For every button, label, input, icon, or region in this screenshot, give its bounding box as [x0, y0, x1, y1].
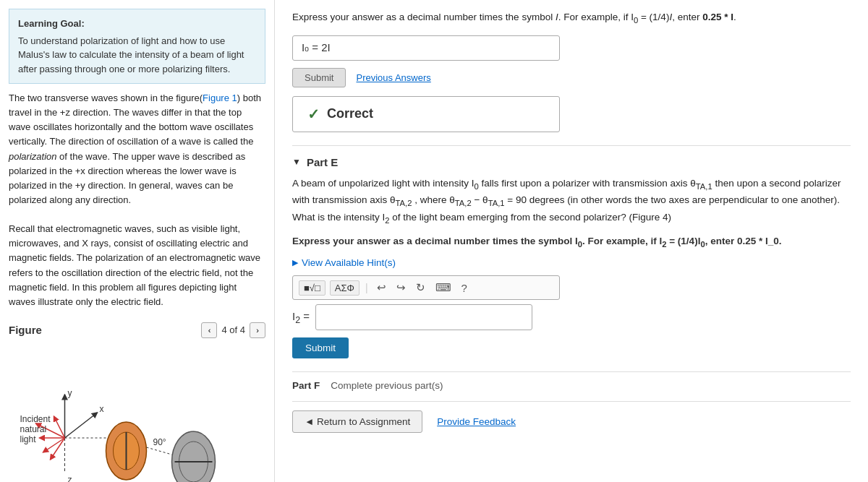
- body-text-2: Recall that electromagnetic waves, such …: [0, 215, 274, 317]
- svg-text:x: x: [100, 404, 104, 414]
- return-to-assignment-button[interactable]: ◄ Return to Assignment: [292, 410, 422, 433]
- answer-display-row: [292, 35, 851, 68]
- part-f-label: Part F: [292, 380, 320, 391]
- svg-text:y: y: [68, 388, 72, 398]
- part-e-text: A beam of unpolarized light with intensi…: [292, 176, 851, 227]
- correct-check-icon: ✓: [307, 106, 320, 123]
- figure-header: Figure ‹ 4 of 4 ›: [9, 322, 265, 338]
- learning-goal-title: Learning Goal:: [18, 17, 256, 31]
- figure-section: Figure ‹ 4 of 4 › y x z Inc: [0, 317, 274, 482]
- svg-text:Incident: Incident: [20, 414, 51, 424]
- part-e-header: ▼ Part E: [292, 156, 851, 168]
- part-e-submit-button[interactable]: Submit: [292, 337, 349, 358]
- svg-text:90°: 90°: [153, 437, 166, 447]
- hint-label: View Available Hint(s): [302, 257, 396, 268]
- left-panel: Learning Goal: To understand polarizatio…: [0, 0, 275, 482]
- part-f-text: Part F Complete previous part(s): [292, 380, 443, 391]
- toolbar-keyboard-btn[interactable]: ⌨: [433, 280, 454, 296]
- provide-feedback-link[interactable]: Provide Feedback: [437, 416, 516, 427]
- correct-box: ✓ Correct: [292, 96, 560, 132]
- svg-line-2: [65, 413, 98, 438]
- toolbar-undo-btn[interactable]: ↩: [374, 280, 389, 296]
- toolbar-reset-btn[interactable]: ↻: [413, 280, 428, 296]
- toolbar-sqrt-btn[interactable]: ■√□: [299, 280, 326, 296]
- submit-row: Submit Previous Answers: [292, 68, 851, 87]
- toolbar-help-btn[interactable]: ?: [459, 280, 470, 296]
- svg-line-10: [51, 438, 65, 460]
- figure-svg: y x z Incident natural light I₀: [9, 344, 265, 482]
- part-e-collapse-arrow[interactable]: ▼: [292, 157, 301, 167]
- part-e-label: Part E: [307, 156, 338, 168]
- toolbar-redo-btn[interactable]: ↪: [393, 280, 409, 296]
- part-d-answer-input[interactable]: [292, 35, 560, 61]
- part-e-answer-input[interactable]: [315, 304, 532, 330]
- figure-4-link[interactable]: Figure 4: [632, 212, 668, 223]
- part-e-answer-label: I2 =: [292, 310, 310, 325]
- svg-line-25: [147, 447, 172, 455]
- figure-nav: ‹ 4 of 4 ›: [201, 322, 265, 338]
- toolbar-symbol-btn[interactable]: ΑΣΦ: [330, 280, 359, 296]
- figure-1-link[interactable]: Figure 1: [203, 92, 237, 103]
- svg-text:z: z: [68, 475, 72, 482]
- part-f-description: Complete previous part(s): [331, 380, 443, 391]
- math-toolbar: ■√□ ΑΣΦ | ↩ ↪ ↻ ⌨ ?: [292, 275, 560, 300]
- right-panel: Express your answer as a decimal number …: [275, 0, 868, 482]
- figure-nav-text: 4 of 4: [221, 324, 245, 335]
- toolbar-separator: |: [365, 282, 368, 293]
- part-d-section: Express your answer as a decimal number …: [292, 10, 851, 145]
- body-text-1: The two transverse waves shown in the fi…: [0, 84, 274, 215]
- svg-text:light: light: [20, 434, 37, 444]
- learning-goal-text: To understand polarization of light and …: [18, 35, 244, 74]
- hint-link[interactable]: ▶ View Available Hint(s): [292, 257, 851, 268]
- figure-title: Figure: [9, 324, 42, 336]
- part-d-submit-button[interactable]: Submit: [292, 68, 346, 87]
- svg-text:natural: natural: [20, 424, 47, 434]
- svg-line-8: [43, 438, 65, 452]
- part-e-answer-row: I2 =: [292, 304, 851, 330]
- part-e-instruction: Express your answer as a decimal number …: [292, 234, 851, 251]
- prev-answers-link[interactable]: Previous Answers: [356, 72, 430, 83]
- correct-label: Correct: [327, 106, 373, 121]
- part-d-instruction: Express your answer as a decimal number …: [292, 10, 851, 27]
- hint-arrow-icon: ▶: [292, 258, 298, 267]
- figure-prev-btn[interactable]: ‹: [201, 322, 217, 338]
- learning-goal-box: Learning Goal: To understand polarizatio…: [9, 9, 265, 84]
- part-e-section: ▼ Part E A beam of unpolarized light wit…: [292, 145, 851, 372]
- bottom-bar: ◄ Return to Assignment Provide Feedback: [292, 401, 851, 442]
- figure-next-btn[interactable]: ›: [250, 322, 265, 338]
- part-f-section: Part F Complete previous part(s): [292, 371, 851, 391]
